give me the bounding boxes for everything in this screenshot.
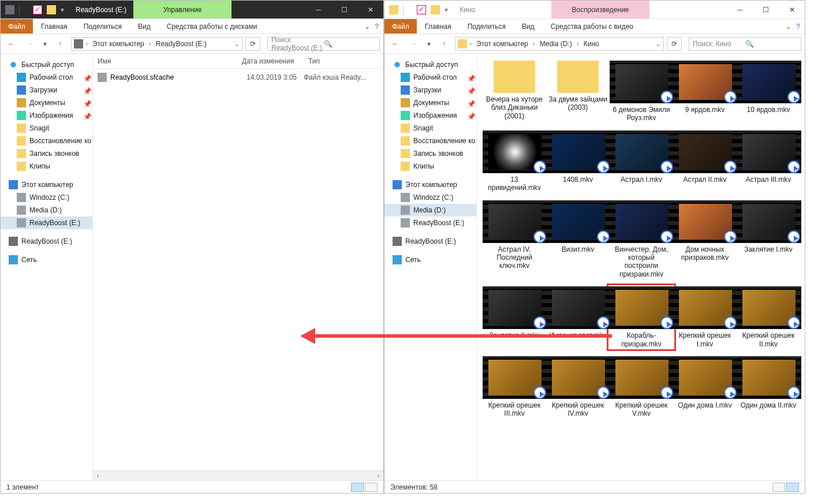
minimize-button[interactable]: ─ (727, 1, 753, 18)
nav-item[interactable]: Media (D:) (1, 204, 92, 216)
help-icon[interactable]: ? (796, 23, 800, 31)
nav-item[interactable]: ReadyBoost (E:) (1, 235, 92, 248)
back-button[interactable]: ← (388, 36, 403, 51)
tab-context[interactable]: Средства работы с дисками (159, 19, 266, 33)
grid-item[interactable]: Крепкий орешек II.mkv (737, 286, 800, 348)
refresh-button[interactable]: ⟳ (245, 37, 260, 51)
search-icon[interactable]: 🔍 (745, 40, 798, 48)
view-icons-button[interactable] (365, 483, 378, 492)
nav-item[interactable]: Клипы (1, 160, 92, 173)
crumb-sep[interactable]: › (533, 40, 535, 48)
qat-dropdown[interactable]: ▾ (445, 6, 448, 14)
recent-button[interactable]: ▾ (425, 36, 433, 51)
nav-item[interactable]: Этот компьютер (384, 178, 476, 191)
folder-icon[interactable] (431, 5, 440, 14)
nav-item[interactable]: ReadyBoost (E:) (384, 216, 476, 229)
search-box[interactable]: Поиск: Кино 🔍 (689, 37, 801, 51)
titlebar[interactable]: ✓ ▾ Кино Воспроизведение ─ ☐ ✕ (384, 1, 805, 19)
crumb-sep[interactable]: › (469, 40, 472, 48)
nav-item[interactable]: ReadyBoost (E:) (1, 216, 92, 229)
grid-item[interactable]: И гаснет свет.mkv (546, 286, 610, 348)
grid-item[interactable]: Один дома I.mkv (673, 356, 737, 418)
grid-item[interactable]: 1408.mkv (546, 130, 610, 192)
grid-item[interactable]: Вечера на хуторе близ Диканьки (2001) (483, 61, 546, 122)
nav-item[interactable]: Клипы (384, 160, 476, 173)
icon-grid[interactable]: Вечера на хуторе близ Диканьки (2001)За … (477, 54, 805, 480)
grid-item[interactable]: Крепкий орешек III.mkv (483, 356, 546, 418)
scroll-right-icon[interactable]: › (374, 471, 383, 480)
grid-item[interactable]: Астрал III.mkv (737, 130, 800, 192)
nav-item[interactable]: Сеть (1, 253, 92, 266)
nav-item[interactable]: Документы📌 (1, 96, 92, 109)
nav-item[interactable]: Media (D:) (384, 204, 476, 216)
file-row[interactable]: ReadyBoost.sfcache 14.03.2019 3:05 Файл … (93, 71, 383, 84)
nav-item[interactable]: Восстановление ко (1, 135, 92, 147)
titlebar[interactable]: ✓ ▾ ReadyBoost (E:) Управление ─ ☐ ✕ (1, 1, 383, 19)
h-scrollbar[interactable]: ‹ › (93, 471, 383, 480)
ribbon-expand-icon[interactable]: ⌄ (786, 23, 791, 31)
grid-item[interactable]: 10 ярдов.mkv (737, 61, 800, 122)
crumb-thispc[interactable]: Этот компьютер (474, 40, 531, 48)
grid-item[interactable]: 9 ярдов.mkv (673, 61, 737, 122)
maximize-button[interactable]: ☐ (331, 1, 357, 18)
grid-item[interactable]: 6 демонов Эмили Роуз.mkv (610, 61, 673, 122)
nav-item[interactable]: Запись звонков (384, 147, 476, 160)
tab-view[interactable]: Вид (514, 19, 543, 33)
addr-dropdown-icon[interactable]: ⌄ (234, 40, 240, 48)
close-button[interactable]: ✕ (779, 1, 805, 18)
grid-item[interactable]: Винчестер. Дом, который построили призра… (610, 200, 673, 279)
col-date[interactable]: Дата изменения (237, 57, 304, 65)
grid-item[interactable]: 13 привидений.mkv (483, 130, 546, 192)
nav-item[interactable]: ReadyBoost (E:) (384, 235, 476, 248)
nav-item[interactable]: Рабочий стол📌 (1, 71, 92, 84)
view-details-button[interactable] (772, 483, 785, 492)
search-icon[interactable]: 🔍 (324, 40, 376, 48)
breadcrumb-bar[interactable]: › Этот компьютер › Media (D:) › Кино ⌄ (455, 37, 664, 51)
close-button[interactable]: ✕ (357, 1, 383, 18)
help-icon[interactable]: ? (375, 23, 379, 31)
qat-dropdown[interactable]: ▾ (61, 6, 64, 14)
grid-item[interactable]: Крепкий орешек V.mkv (610, 356, 673, 418)
file-menu[interactable]: Файл (384, 19, 417, 33)
content-pane[interactable]: Имя Дата изменения Тип ReadyBoost.sfcach… (93, 54, 383, 480)
crumb-thispc[interactable]: Этот компьютер (90, 40, 147, 48)
nav-item[interactable]: Windozz (C:) (1, 191, 92, 204)
crumb-kino[interactable]: Кино (581, 40, 602, 48)
checkbox-icon[interactable]: ✓ (33, 5, 42, 14)
nav-item[interactable]: Быстрый доступ (384, 58, 476, 71)
recent-button[interactable]: ▾ (41, 36, 49, 51)
breadcrumb-bar[interactable]: › Этот компьютер › ReadyBoost (E:) ⌄ (71, 37, 242, 51)
grid-item[interactable]: Визит.mkv (546, 200, 610, 279)
grid-item[interactable]: Астрал I.mkv (610, 130, 673, 192)
crumb-media[interactable]: Media (D:) (537, 40, 574, 48)
grid-item[interactable]: Один дома II.mkv (737, 356, 800, 418)
grid-item[interactable]: Астрал II.mkv (673, 130, 737, 192)
tab-home[interactable]: Главная (417, 19, 460, 33)
nav-item[interactable]: Загрузки📌 (384, 84, 476, 96)
refresh-button[interactable]: ⟳ (667, 37, 682, 51)
ribbon-expand-icon[interactable]: ⌄ (364, 23, 370, 31)
nav-item[interactable]: Документы📌 (384, 96, 476, 109)
grid-item[interactable]: Крепкий орешек I.mkv (673, 286, 737, 348)
nav-item[interactable]: Изображения📌 (384, 109, 476, 122)
nav-item[interactable]: Изображения📌 (1, 109, 92, 122)
grid-item[interactable]: Корабль-призрак.mkv (610, 286, 673, 348)
nav-item[interactable]: Snagit (384, 122, 476, 135)
file-list[interactable]: ReadyBoost.sfcache 14.03.2019 3:05 Файл … (93, 69, 383, 471)
checkbox-icon[interactable]: ✓ (417, 5, 426, 14)
folder-icon[interactable] (47, 5, 56, 14)
addr-dropdown-icon[interactable]: ⌄ (655, 40, 661, 48)
nav-item[interactable]: Snagit (1, 122, 92, 135)
up-button[interactable]: ↑ (436, 36, 451, 51)
forward-button[interactable]: → (406, 36, 421, 51)
back-button[interactable]: ← (4, 36, 19, 51)
up-button[interactable]: ↑ (53, 36, 68, 51)
nav-item[interactable]: Сеть (384, 253, 476, 266)
tab-home[interactable]: Главная (33, 19, 76, 33)
scroll-left-icon[interactable]: ‹ (93, 471, 103, 480)
maximize-button[interactable]: ☐ (753, 1, 779, 18)
crumb-sep[interactable]: › (85, 40, 88, 48)
context-tab[interactable]: Воспроизведение (551, 1, 649, 18)
nav-item[interactable]: Запись звонков (1, 147, 92, 160)
nav-item[interactable]: Этот компьютер (1, 178, 92, 191)
